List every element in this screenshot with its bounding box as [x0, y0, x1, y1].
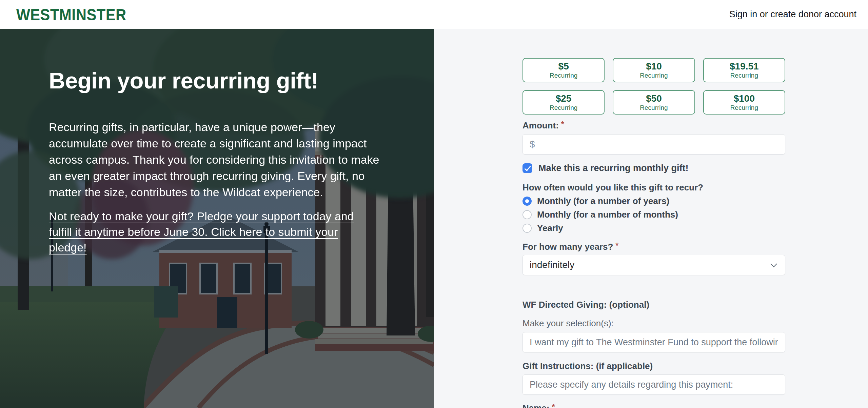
signin-link[interactable]: Sign in or create donor account	[729, 9, 856, 20]
amount-button-100[interactable]: $100 Recurring	[703, 90, 785, 115]
amount-value: $19.51	[730, 61, 759, 72]
radio-icon[interactable]	[522, 210, 532, 219]
years-label: For how many years?	[522, 242, 613, 252]
amount-cadence: Recurring	[550, 72, 577, 79]
frequency-option-monthly-months[interactable]: Monthly (for a number of months)	[522, 209, 785, 220]
frequency-option-yearly[interactable]: Yearly	[522, 223, 785, 233]
amount-value: $100	[734, 93, 755, 104]
donation-panel: $5 Recurring $10 Recurring $19.51 Recurr…	[434, 29, 868, 408]
radio-icon[interactable]	[522, 224, 532, 233]
amount-value: $25	[556, 93, 572, 104]
amount-button-19-51[interactable]: $19.51 Recurring	[703, 58, 785, 82]
chevron-down-icon	[770, 261, 777, 267]
hero-section: Begin your recurring gift! Recurring gif…	[0, 29, 434, 408]
recurring-checkbox-label: Make this a recurring monthly gift!	[538, 163, 689, 174]
amount-cadence: Recurring	[640, 104, 668, 111]
amount-cadence: Recurring	[640, 72, 668, 79]
amount-button-25[interactable]: $25 Recurring	[522, 90, 605, 115]
donation-form: $5 Recurring $10 Recurring $19.51 Recurr…	[522, 58, 785, 408]
amount-cadence: Recurring	[730, 72, 758, 79]
hero-body: Recurring gifts, in particular, have a u…	[49, 119, 384, 200]
amount-options: $5 Recurring $10 Recurring $19.51 Recurr…	[522, 58, 785, 115]
gift-instructions-label: Gift Instructions: (if applicable)	[522, 361, 785, 371]
amount-value: $50	[646, 93, 662, 104]
gift-instructions-field[interactable]	[530, 380, 778, 390]
header: WESTMINSTER Sign in or create donor acco…	[0, 0, 868, 29]
amount-cadence: Recurring	[550, 104, 577, 111]
directed-giving-heading: WF Directed Giving: (optional)	[522, 300, 785, 310]
required-asterisk: *	[552, 403, 555, 408]
required-asterisk: *	[561, 120, 564, 129]
selection-label: Make your selection(s):	[522, 318, 785, 329]
selection-field[interactable]	[530, 337, 778, 348]
years-label-row: For how many years?*	[522, 242, 785, 252]
amount-field[interactable]	[538, 139, 778, 150]
amount-value: $10	[646, 61, 662, 72]
hero-text-block: Begin your recurring gift! Recurring gif…	[49, 68, 388, 255]
amount-button-50[interactable]: $50 Recurring	[613, 90, 695, 115]
recurring-checkbox[interactable]	[522, 163, 532, 173]
radio-label: Monthly (for a number of years)	[537, 196, 669, 206]
amount-cadence: Recurring	[730, 104, 758, 111]
name-label-row: Name:*	[522, 403, 785, 408]
radio-label: Yearly	[537, 223, 563, 233]
main-content: Begin your recurring gift! Recurring gif…	[0, 29, 868, 408]
amount-value: $5	[558, 61, 569, 72]
pledge-link[interactable]: Not ready to make your gift? Pledge your…	[49, 208, 371, 255]
frequency-option-monthly-years[interactable]: Monthly (for a number of years)	[522, 196, 785, 206]
frequency-label: How often would you like this gift to re…	[522, 182, 785, 192]
years-selected-value: indefinitely	[530, 260, 574, 270]
required-asterisk: *	[615, 241, 618, 250]
amount-label: Amount:	[522, 120, 559, 130]
selection-input[interactable]	[522, 332, 785, 352]
radio-label: Monthly (for a number of months)	[537, 209, 678, 220]
recurring-checkbox-row: Make this a recurring monthly gift!	[522, 163, 785, 174]
name-label: Name:	[522, 403, 549, 408]
amount-input[interactable]: $	[522, 134, 785, 155]
radio-selected-icon[interactable]	[522, 197, 532, 206]
logo[interactable]: WESTMINSTER	[16, 5, 126, 24]
currency-prefix: $	[530, 139, 535, 150]
amount-button-10[interactable]: $10 Recurring	[613, 58, 695, 82]
gift-instructions-input[interactable]	[522, 374, 785, 395]
amount-button-5[interactable]: $5 Recurring	[522, 58, 605, 82]
amount-label-row: Amount:*	[522, 120, 785, 131]
years-select[interactable]: indefinitely	[522, 255, 785, 275]
hero-title: Begin your recurring gift!	[49, 68, 388, 93]
